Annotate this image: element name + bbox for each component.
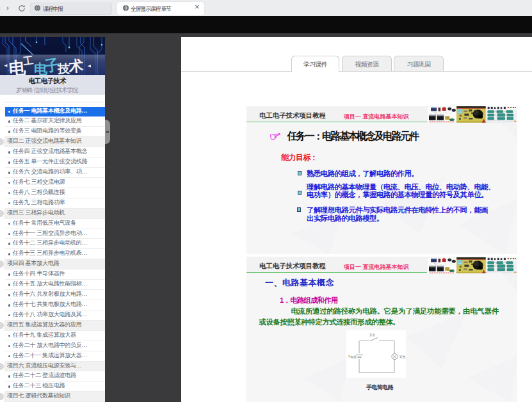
svg-text:术: 术: [67, 57, 84, 75]
svg-text:干电池: 干电池: [348, 355, 357, 359]
svg-text:灯泡: 灯泡: [399, 355, 406, 359]
svg-text:工: 工: [22, 54, 34, 67]
svg-text:开关: 开关: [369, 334, 376, 337]
